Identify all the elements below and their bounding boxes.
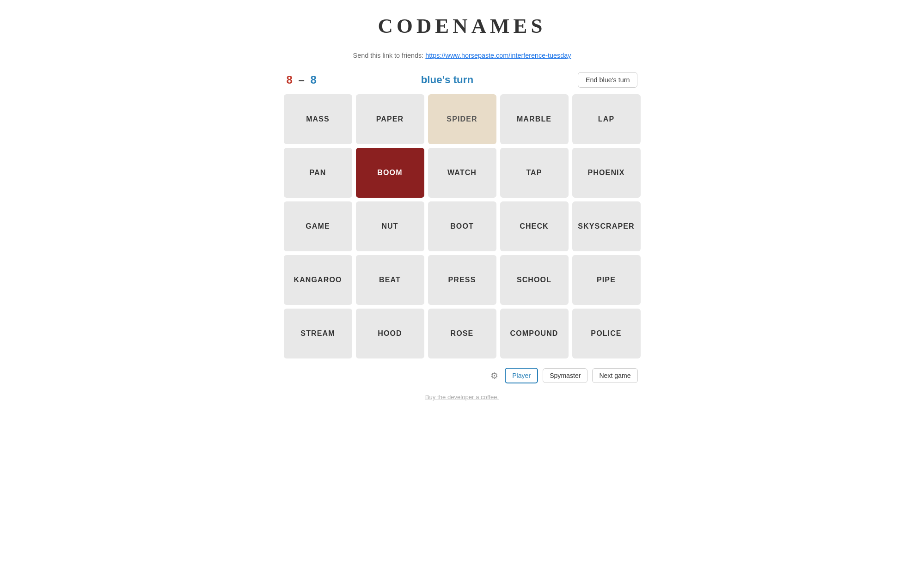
card-compound[interactable]: COMPOUND (500, 309, 569, 358)
card-school[interactable]: SCHOOL (500, 255, 569, 305)
card-marble[interactable]: MARBLE (500, 94, 569, 144)
card-pipe[interactable]: PIPE (572, 255, 641, 305)
end-turn-button[interactable]: End blue's turn (578, 72, 638, 88)
card-press[interactable]: PRESS (428, 255, 496, 305)
card-rose[interactable]: ROSE (428, 309, 496, 358)
score: 8 – 8 (287, 73, 317, 86)
footer-link[interactable]: Buy the developer a coffee. (425, 394, 499, 401)
card-tap[interactable]: TAP (500, 148, 569, 198)
card-skyscraper[interactable]: SKYSCRAPER (572, 201, 641, 251)
score-dash: – (299, 73, 305, 86)
card-paper[interactable]: PAPER (356, 94, 424, 144)
card-boot[interactable]: BOOT (428, 201, 496, 251)
card-check[interactable]: CHECK (500, 201, 569, 251)
gear-icon[interactable]: ⚙ (490, 371, 498, 381)
player-view-button[interactable]: Player (505, 368, 538, 383)
card-kangaroo[interactable]: KANGAROO (284, 255, 352, 305)
next-game-button[interactable]: Next game (592, 368, 637, 383)
card-mass[interactable]: MASS (284, 94, 352, 144)
card-beat[interactable]: BEAT (356, 255, 424, 305)
turn-indicator: blue's turn (421, 74, 474, 86)
score-blue: 8 (311, 73, 317, 86)
share-url[interactable]: https://www.horsepaste.com/interference-… (425, 52, 571, 59)
card-lap[interactable]: LAP (572, 94, 641, 144)
card-pan[interactable]: PAN (284, 148, 352, 198)
card-police[interactable]: POLICE (572, 309, 641, 358)
card-spider[interactable]: SPIDER (428, 94, 496, 144)
card-hood[interactable]: HOOD (356, 309, 424, 358)
game-header: 8 – 8 blue's turn End blue's turn (287, 72, 638, 88)
card-phoenix[interactable]: PHOENIX (572, 148, 641, 198)
spymaster-view-button[interactable]: Spymaster (543, 368, 587, 383)
game-board: MASSPAPERSPIDERMARBLELAPPANBOOMWATCHTAPP… (284, 94, 641, 358)
card-nut[interactable]: NUT (356, 201, 424, 251)
share-link-text: Send this link to friends: https://www.h… (353, 52, 571, 59)
score-red: 8 (287, 73, 293, 86)
bottom-controls: ⚙ Player Spymaster Next game (287, 368, 638, 383)
card-boom[interactable]: BOOM (356, 148, 424, 198)
page-title: CODENAMES (378, 14, 546, 38)
card-watch[interactable]: WATCH (428, 148, 496, 198)
card-stream[interactable]: STREAM (284, 309, 352, 358)
card-game[interactable]: GAME (284, 201, 352, 251)
